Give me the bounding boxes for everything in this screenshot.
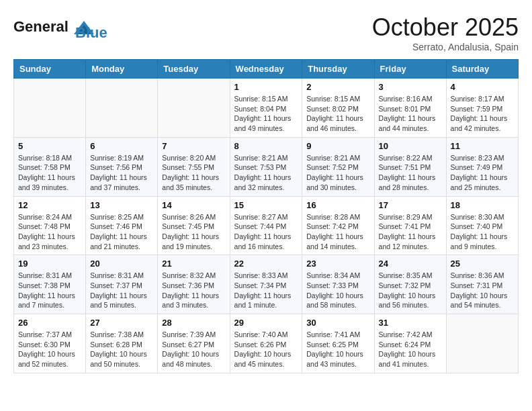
day-number: 25 xyxy=(451,259,514,269)
day-info: Sunrise: 8:24 AMSunset: 7:48 PMDaylight:… xyxy=(18,212,81,252)
day-number: 22 xyxy=(234,259,298,269)
logo-text-blue: Blue xyxy=(75,12,107,42)
day-info: Sunrise: 8:22 AMSunset: 7:51 PMDaylight:… xyxy=(379,153,442,193)
day-number: 9 xyxy=(306,141,369,151)
title-area: October 2025 Serrato, Andalusia, Spain xyxy=(372,13,519,52)
calendar-cell: 30Sunrise: 7:41 AMSunset: 6:25 PMDayligh… xyxy=(302,314,374,373)
day-info: Sunrise: 8:16 AMSunset: 8:01 PMDaylight:… xyxy=(379,94,442,134)
location: Serrato, Andalusia, Spain xyxy=(372,42,519,52)
col-sunday: Sunday xyxy=(14,60,86,79)
day-number: 19 xyxy=(18,259,81,269)
calendar-cell: 4Sunrise: 8:17 AMSunset: 7:59 PMDaylight… xyxy=(446,79,518,138)
day-info: Sunrise: 8:15 AMSunset: 8:02 PMDaylight:… xyxy=(306,94,369,134)
calendar-cell xyxy=(446,314,518,373)
calendar-cell xyxy=(86,79,158,138)
day-number: 30 xyxy=(306,318,369,328)
day-info: Sunrise: 8:30 AMSunset: 7:40 PMDaylight:… xyxy=(451,212,514,252)
day-info: Sunrise: 8:32 AMSunset: 7:36 PMDaylight:… xyxy=(162,271,225,310)
day-info: Sunrise: 7:41 AMSunset: 6:25 PMDaylight:… xyxy=(306,330,369,369)
calendar-cell: 29Sunrise: 7:40 AMSunset: 6:26 PMDayligh… xyxy=(230,314,302,373)
calendar-cell: 10Sunrise: 8:22 AMSunset: 7:51 PMDayligh… xyxy=(374,137,446,196)
calendar-cell: 12Sunrise: 8:24 AMSunset: 7:48 PMDayligh… xyxy=(14,196,86,255)
day-number: 28 xyxy=(162,318,225,328)
day-info: Sunrise: 8:20 AMSunset: 7:55 PMDaylight:… xyxy=(162,153,225,193)
day-number: 12 xyxy=(18,200,81,210)
col-thursday: Thursday xyxy=(302,60,374,79)
calendar-cell: 25Sunrise: 8:36 AMSunset: 7:31 PMDayligh… xyxy=(446,255,518,314)
col-friday: Friday xyxy=(374,60,446,79)
col-tuesday: Tuesday xyxy=(158,60,230,79)
day-number: 6 xyxy=(90,141,153,151)
calendar-cell: 26Sunrise: 7:37 AMSunset: 6:30 PMDayligh… xyxy=(14,314,86,373)
day-number: 1 xyxy=(234,82,298,92)
calendar-cell: 15Sunrise: 8:27 AMSunset: 7:44 PMDayligh… xyxy=(230,196,302,255)
day-number: 29 xyxy=(234,318,298,328)
day-number: 8 xyxy=(234,141,298,151)
day-number: 15 xyxy=(234,200,298,210)
day-info: Sunrise: 8:19 AMSunset: 7:56 PMDaylight:… xyxy=(90,153,153,193)
day-number: 31 xyxy=(379,318,442,328)
calendar-cell: 22Sunrise: 8:33 AMSunset: 7:34 PMDayligh… xyxy=(230,255,302,314)
day-number: 4 xyxy=(451,82,514,92)
day-info: Sunrise: 8:21 AMSunset: 7:53 PMDaylight:… xyxy=(234,153,298,193)
day-info: Sunrise: 8:35 AMSunset: 7:32 PMDaylight:… xyxy=(379,271,442,310)
col-wednesday: Wednesday xyxy=(230,60,302,79)
calendar-cell: 11Sunrise: 8:23 AMSunset: 7:49 PMDayligh… xyxy=(446,137,518,196)
calendar-cell: 8Sunrise: 8:21 AMSunset: 7:53 PMDaylight… xyxy=(230,137,302,196)
day-info: Sunrise: 8:27 AMSunset: 7:44 PMDaylight:… xyxy=(234,212,298,252)
calendar-cell: 16Sunrise: 8:28 AMSunset: 7:42 PMDayligh… xyxy=(302,196,374,255)
logo-text-general: General xyxy=(13,18,69,35)
calendar-week-3: 12Sunrise: 8:24 AMSunset: 7:48 PMDayligh… xyxy=(14,196,519,255)
day-info: Sunrise: 8:23 AMSunset: 7:49 PMDaylight:… xyxy=(451,153,514,193)
day-number: 14 xyxy=(162,200,225,210)
day-number: 11 xyxy=(451,141,514,151)
calendar-cell: 24Sunrise: 8:35 AMSunset: 7:32 PMDayligh… xyxy=(374,255,446,314)
col-saturday: Saturday xyxy=(446,60,518,79)
calendar-cell: 23Sunrise: 8:34 AMSunset: 7:33 PMDayligh… xyxy=(302,255,374,314)
day-number: 21 xyxy=(162,259,225,269)
calendar-week-2: 5Sunrise: 8:18 AMSunset: 7:58 PMDaylight… xyxy=(14,137,519,196)
day-info: Sunrise: 8:33 AMSunset: 7:34 PMDaylight:… xyxy=(234,271,298,310)
day-info: Sunrise: 8:34 AMSunset: 7:33 PMDaylight:… xyxy=(306,271,369,310)
calendar-cell: 2Sunrise: 8:15 AMSunset: 8:02 PMDaylight… xyxy=(302,79,374,138)
day-number: 5 xyxy=(18,141,81,151)
calendar-cell: 6Sunrise: 8:19 AMSunset: 7:56 PMDaylight… xyxy=(86,137,158,196)
calendar-week-4: 19Sunrise: 8:31 AMSunset: 7:38 PMDayligh… xyxy=(14,255,519,314)
day-number: 13 xyxy=(90,200,153,210)
calendar-cell: 27Sunrise: 7:38 AMSunset: 6:28 PMDayligh… xyxy=(86,314,158,373)
day-info: Sunrise: 7:42 AMSunset: 6:24 PMDaylight:… xyxy=(379,330,442,369)
calendar-cell: 21Sunrise: 8:32 AMSunset: 7:36 PMDayligh… xyxy=(158,255,230,314)
calendar-week-1: 1Sunrise: 8:15 AMSunset: 8:04 PMDaylight… xyxy=(14,79,519,138)
calendar-cell: 17Sunrise: 8:29 AMSunset: 7:41 PMDayligh… xyxy=(374,196,446,255)
day-info: Sunrise: 8:28 AMSunset: 7:42 PMDaylight:… xyxy=(306,212,369,252)
day-info: Sunrise: 8:15 AMSunset: 8:04 PMDaylight:… xyxy=(234,94,298,134)
day-number: 20 xyxy=(90,259,153,269)
day-number: 2 xyxy=(306,82,369,92)
day-number: 26 xyxy=(18,318,81,328)
day-info: Sunrise: 8:25 AMSunset: 7:46 PMDaylight:… xyxy=(90,212,153,252)
day-number: 24 xyxy=(379,259,442,269)
month-title: October 2025 xyxy=(372,13,519,42)
calendar-week-5: 26Sunrise: 7:37 AMSunset: 6:30 PMDayligh… xyxy=(14,314,519,373)
calendar-cell xyxy=(158,79,230,138)
calendar-cell xyxy=(14,79,86,138)
calendar-cell: 28Sunrise: 7:39 AMSunset: 6:27 PMDayligh… xyxy=(158,314,230,373)
day-number: 3 xyxy=(379,82,442,92)
calendar-cell: 1Sunrise: 8:15 AMSunset: 8:04 PMDaylight… xyxy=(230,79,302,138)
calendar-cell: 31Sunrise: 7:42 AMSunset: 6:24 PMDayligh… xyxy=(374,314,446,373)
calendar-cell: 7Sunrise: 8:20 AMSunset: 7:55 PMDaylight… xyxy=(158,137,230,196)
day-info: Sunrise: 8:26 AMSunset: 7:45 PMDaylight:… xyxy=(162,212,225,252)
day-number: 17 xyxy=(379,200,442,210)
calendar-cell: 5Sunrise: 8:18 AMSunset: 7:58 PMDaylight… xyxy=(14,137,86,196)
day-info: Sunrise: 7:37 AMSunset: 6:30 PMDaylight:… xyxy=(18,330,81,369)
calendar-cell: 13Sunrise: 8:25 AMSunset: 7:46 PMDayligh… xyxy=(86,196,158,255)
calendar-table: Sunday Monday Tuesday Wednesday Thursday… xyxy=(13,59,519,373)
day-info: Sunrise: 8:31 AMSunset: 7:38 PMDaylight:… xyxy=(18,271,81,310)
day-info: Sunrise: 8:17 AMSunset: 7:59 PMDaylight:… xyxy=(451,94,514,134)
day-info: Sunrise: 7:38 AMSunset: 6:28 PMDaylight:… xyxy=(90,330,153,369)
day-info: Sunrise: 8:21 AMSunset: 7:52 PMDaylight:… xyxy=(306,153,369,193)
calendar-cell: 18Sunrise: 8:30 AMSunset: 7:40 PMDayligh… xyxy=(446,196,518,255)
day-number: 23 xyxy=(306,259,369,269)
day-number: 27 xyxy=(90,318,153,328)
day-info: Sunrise: 8:18 AMSunset: 7:58 PMDaylight:… xyxy=(18,153,81,193)
